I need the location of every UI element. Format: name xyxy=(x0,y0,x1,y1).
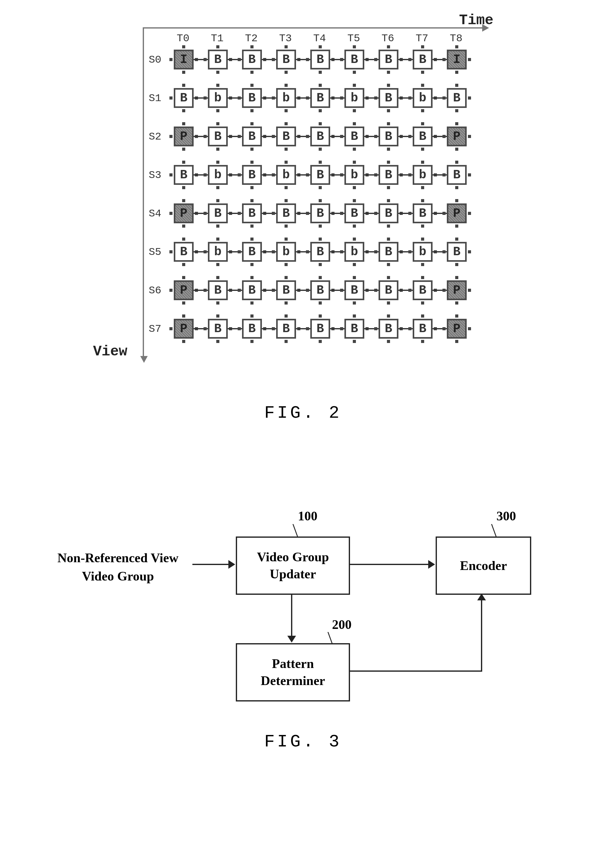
fig2-cell: B xyxy=(242,88,262,108)
fig2-tick-icon xyxy=(306,174,309,177)
fig2-tick-icon xyxy=(319,109,322,112)
fig2-cell: B xyxy=(310,50,330,70)
fig2-tick-icon xyxy=(455,147,458,151)
fig2-tick-icon xyxy=(182,71,185,74)
fig3-num-updater: 100 xyxy=(298,508,317,524)
fig2-tick-icon xyxy=(284,161,287,164)
fig2-tick-icon xyxy=(468,135,471,138)
fig2-tick-icon xyxy=(250,315,253,318)
fig2-cell: B xyxy=(379,50,398,70)
fig2-tick-icon xyxy=(353,237,356,241)
fig2-tick-icon xyxy=(216,109,219,112)
fig2-cell: B xyxy=(276,127,296,146)
fig2-cell: b xyxy=(276,165,296,185)
fig2-tick-icon xyxy=(306,135,309,138)
fig2-tick-icon xyxy=(182,199,185,202)
fig2-tick-icon xyxy=(319,340,322,343)
fig2-tick-icon xyxy=(455,315,458,318)
fig2-cell: b xyxy=(345,165,364,185)
fig2-tick-icon xyxy=(284,199,287,202)
fig2-tick-icon xyxy=(353,84,356,87)
fig2-col-label: T7 xyxy=(407,33,438,44)
fig2-tick-icon xyxy=(340,58,343,61)
fig2-tick-icon xyxy=(319,225,322,228)
fig2-cell: b xyxy=(413,242,432,262)
fig2-tick-icon xyxy=(238,289,241,292)
fig2-cell: B xyxy=(379,127,398,146)
fig2-tick-icon xyxy=(443,174,446,177)
fig2-tick-icon xyxy=(408,58,412,61)
fig2-tick-icon xyxy=(284,186,287,189)
fig2-tick-icon xyxy=(250,199,253,202)
fig2-tick-icon xyxy=(204,174,207,177)
fig2-tick-icon xyxy=(250,301,253,305)
fig2-tick-icon xyxy=(387,186,390,189)
fig2-tick-icon xyxy=(387,263,390,266)
fig2-cell: B xyxy=(379,88,398,108)
fig2-col-label: T0 xyxy=(168,33,199,44)
fig2-tick-icon xyxy=(319,301,322,305)
fig2-tick-icon xyxy=(387,45,390,48)
fig2-caption: FIG. 2 xyxy=(0,403,606,423)
fig2-tick-icon xyxy=(353,122,356,125)
fig2-tick-icon xyxy=(250,45,253,48)
fig2-tick-icon xyxy=(455,161,458,164)
fig2-tick-icon xyxy=(468,96,471,99)
fig2-tick-icon xyxy=(169,96,172,99)
fig3-arrowhead-updater-encoder-icon xyxy=(428,560,435,569)
fig2-cell: B xyxy=(310,242,330,262)
fig3: Non-Referenced View Video Group Video Gr… xyxy=(62,502,543,750)
fig2-tick-icon xyxy=(421,315,424,318)
fig2-tick-icon xyxy=(284,84,287,87)
fig2-tick-icon xyxy=(238,250,241,253)
fig2-cell: b xyxy=(345,88,364,108)
fig2-tick-icon xyxy=(250,276,253,279)
fig2-tick-icon xyxy=(421,45,424,48)
fig2-tick-icon xyxy=(468,58,471,61)
fig2-tick-icon xyxy=(421,301,424,305)
fig2-tick-icon xyxy=(340,174,343,177)
fig2-tick-icon xyxy=(387,301,390,305)
fig2-tick-icon xyxy=(353,109,356,112)
fig2-tick-icon xyxy=(250,84,253,87)
fig2-tick-icon xyxy=(284,109,287,112)
fig3-arrow-updater-pattern xyxy=(291,594,292,637)
fig2-tick-icon xyxy=(455,276,458,279)
fig2-tick-icon xyxy=(169,327,172,330)
fig2-tick-icon xyxy=(272,212,275,215)
fig2-cell: B xyxy=(447,242,467,262)
fig2-tick-icon xyxy=(421,84,424,87)
fig2-tick-icon xyxy=(421,340,424,343)
fig2-tick-icon xyxy=(387,122,390,125)
fig2-tick-icon xyxy=(272,250,275,253)
fig2-cell: B xyxy=(345,203,364,223)
fig2-tick-icon xyxy=(353,147,356,151)
fig2-tick-icon xyxy=(353,276,356,279)
fig2-tick-icon xyxy=(250,122,253,125)
fig2-tick-icon xyxy=(216,84,219,87)
fig2-tick-icon xyxy=(204,250,207,253)
fig2-cell: B xyxy=(310,88,330,108)
fig3-input-label-line1: Non-Referenced View xyxy=(57,551,179,565)
fig3-box-updater-line1: Video Group xyxy=(257,550,329,564)
fig2-cell: B xyxy=(242,50,262,70)
fig2-tick-icon xyxy=(204,135,207,138)
fig2-col-label: T2 xyxy=(236,33,267,44)
fig3-arrow-pattern-encoder-v xyxy=(481,600,482,672)
fig2-tick-icon xyxy=(455,186,458,189)
fig2-tick-icon xyxy=(216,71,219,74)
fig2-tick-icon xyxy=(374,135,377,138)
fig3-tick-updater xyxy=(293,524,298,536)
fig2-tick-icon xyxy=(238,58,241,61)
fig3-input-label-line2: Video Group xyxy=(82,569,154,583)
fig2-tick-icon xyxy=(284,71,287,74)
fig2-cell: P xyxy=(174,281,194,300)
fig2-tick-icon xyxy=(387,71,390,74)
fig2-tick-icon xyxy=(216,122,219,125)
fig2-cell: b xyxy=(208,242,228,262)
fig2-tick-icon xyxy=(443,250,446,253)
fig2-tick-icon xyxy=(182,276,185,279)
fig2-tick-icon xyxy=(284,315,287,318)
fig2-cell: b xyxy=(413,165,432,185)
fig2-cell: b xyxy=(208,165,228,185)
